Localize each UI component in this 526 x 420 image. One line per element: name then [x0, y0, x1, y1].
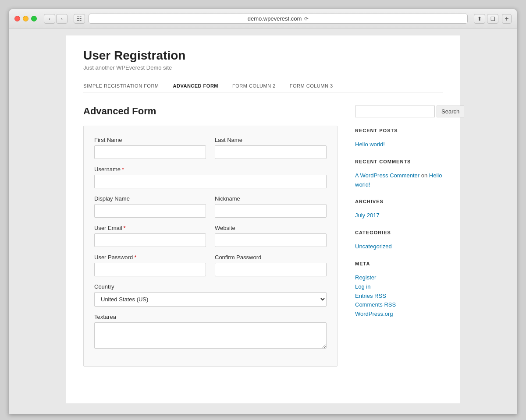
- input-user-email[interactable]: [94, 233, 206, 247]
- main-content: Advanced Form First Name Last Name: [83, 106, 338, 367]
- form-group-nickname: Nickname: [215, 195, 327, 218]
- page-wrapper: User Registration Just another WPEverest…: [66, 35, 460, 403]
- input-nickname[interactable]: [215, 204, 327, 218]
- required-star-password: *: [134, 254, 136, 261]
- comment-line: A WordPress Commenter on Hello world!: [355, 171, 443, 190]
- input-confirm-password[interactable]: [215, 263, 327, 276]
- form-row-country: Country United States (US): [94, 283, 327, 307]
- form-group-user-email: User Email*: [94, 225, 206, 247]
- input-website[interactable]: [215, 233, 327, 247]
- widget-title-recent-comments: RECENT COMMENTS: [355, 159, 443, 167]
- close-button[interactable]: [14, 16, 20, 21]
- meta-comments-rss[interactable]: Comments RSS: [355, 300, 443, 310]
- minimize-button[interactable]: [23, 16, 28, 21]
- label-country: Country: [94, 283, 327, 290]
- input-last-name[interactable]: [215, 145, 327, 159]
- nav-item-simple-registration[interactable]: SIMPLE REGISTRATION FORM: [83, 80, 166, 92]
- label-first-name: First Name: [94, 137, 206, 143]
- add-bookmark-button[interactable]: ❏: [487, 14, 498, 24]
- form-row-textarea: Textarea: [94, 314, 327, 349]
- widget-categories: CATEGORIES Uncategorized: [355, 230, 443, 251]
- meta-entries-rss[interactable]: Entries RSS: [355, 292, 443, 301]
- label-textarea: Textarea: [94, 314, 327, 320]
- widget-meta: META Register Log in Entries RSS Comment…: [355, 261, 443, 319]
- widget-recent-comments: RECENT COMMENTS A WordPress Commenter on…: [355, 159, 443, 190]
- input-textarea[interactable]: [94, 322, 327, 349]
- input-user-password[interactable]: [94, 263, 206, 276]
- form-group-display-name: Display Name: [94, 195, 206, 218]
- sidebar: Search RECENT POSTS Hello world! RECENT …: [355, 106, 443, 367]
- required-star-email: *: [124, 225, 126, 231]
- label-website: Website: [215, 225, 327, 231]
- browser-window: ‹ › ☷ demo.wpeverest.com ⟳ ⬆ ❏ + User Re…: [9, 9, 517, 414]
- form-group-website: Website: [215, 225, 327, 247]
- nav-item-form-column-3[interactable]: FORM COLUMN 3: [283, 80, 340, 92]
- nav-item-advanced-form[interactable]: ADVANCED FORM: [166, 80, 225, 92]
- forward-button[interactable]: ›: [56, 14, 68, 24]
- input-first-name[interactable]: [94, 145, 206, 159]
- form-row-username: Username*: [94, 166, 327, 188]
- new-tab-button[interactable]: +: [502, 14, 512, 24]
- required-star-username: *: [122, 166, 124, 173]
- widget-title-meta: META: [355, 261, 443, 269]
- reader-view-button[interactable]: ☷: [74, 14, 85, 24]
- comment-on-text: on: [421, 172, 429, 179]
- input-display-name[interactable]: [94, 204, 206, 218]
- archive-july-2017[interactable]: July 2017: [355, 211, 443, 220]
- form-group-user-password: User Password*: [94, 254, 206, 276]
- meta-wordpress-org[interactable]: WordPress.org: [355, 310, 443, 319]
- maximize-button[interactable]: [31, 16, 37, 21]
- address-bar[interactable]: demo.wpeverest.com ⟳: [89, 14, 468, 24]
- form-row-email: User Email* Website: [94, 225, 327, 247]
- widget-title-archives: ARCHIVES: [355, 199, 443, 207]
- search-input[interactable]: [355, 106, 435, 117]
- nav-item-form-column-2[interactable]: FORM COLUMN 2: [225, 80, 283, 92]
- share-button[interactable]: ⬆: [474, 14, 485, 24]
- form-group-textarea: Textarea: [94, 314, 327, 349]
- back-button[interactable]: ‹: [44, 14, 55, 24]
- search-button[interactable]: Search: [437, 106, 464, 117]
- category-uncategorized[interactable]: Uncategorized: [355, 242, 443, 251]
- widget-archives: ARCHIVES July 2017: [355, 199, 443, 220]
- recent-post-hello-world[interactable]: Hello world!: [355, 140, 443, 149]
- widget-recent-posts: RECENT POSTS Hello world!: [355, 128, 443, 149]
- site-title: User Registration: [83, 49, 443, 63]
- refresh-icon[interactable]: ⟳: [304, 16, 309, 22]
- label-user-email: User Email*: [94, 225, 206, 231]
- main-layout: Advanced Form First Name Last Name: [83, 106, 443, 367]
- label-display-name: Display Name: [94, 195, 206, 202]
- form-group-username: Username*: [94, 166, 327, 188]
- label-last-name: Last Name: [215, 137, 327, 143]
- comment-author-link[interactable]: A WordPress Commenter: [355, 172, 419, 179]
- form-group-last-name: Last Name: [215, 137, 327, 159]
- widget-title-recent-posts: RECENT POSTS: [355, 128, 443, 136]
- nav-buttons: ‹ ›: [44, 14, 68, 24]
- form-group-first-name: First Name: [94, 137, 206, 159]
- form-row-name: First Name Last Name: [94, 137, 327, 159]
- meta-log-in[interactable]: Log in: [355, 282, 443, 292]
- nav-menu: SIMPLE REGISTRATION FORM ADVANCED FORM F…: [83, 80, 443, 92]
- input-username[interactable]: [94, 175, 327, 188]
- label-nickname: Nickname: [215, 195, 327, 202]
- url-text: demo.wpeverest.com: [248, 15, 302, 22]
- select-country[interactable]: United States (US): [94, 292, 327, 307]
- widget-title-categories: CATEGORIES: [355, 230, 443, 238]
- form-row-displayname: Display Name Nickname: [94, 195, 327, 218]
- form-group-country: Country United States (US): [94, 283, 327, 307]
- label-user-password: User Password*: [94, 254, 206, 261]
- search-widget: Search: [355, 106, 443, 117]
- site-tagline: Just another WPEverest Demo site: [83, 64, 443, 71]
- form-group-confirm-password: Confirm Password: [215, 254, 327, 276]
- meta-register[interactable]: Register: [355, 273, 443, 282]
- action-buttons: ⬆ ❏: [474, 14, 498, 24]
- label-username: Username*: [94, 166, 327, 173]
- form-row-password: User Password* Confirm Password: [94, 254, 327, 276]
- form-container: First Name Last Name: [83, 126, 338, 367]
- browser-content: User Registration Just another WPEverest…: [9, 28, 517, 414]
- form-section-title: Advanced Form: [83, 106, 338, 117]
- label-confirm-password: Confirm Password: [215, 254, 327, 261]
- titlebar: ‹ › ☷ demo.wpeverest.com ⟳ ⬆ ❏ +: [9, 9, 517, 28]
- traffic-lights: [14, 16, 37, 21]
